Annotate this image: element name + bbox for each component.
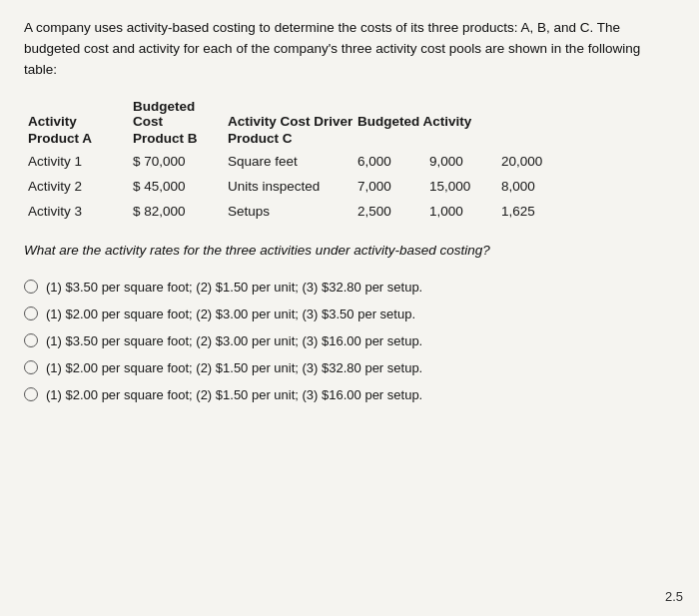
table-row-0: Activity 1 $ 70,000 Square feet 6,000 9,… bbox=[24, 150, 675, 175]
row1-pb: 15,000 bbox=[429, 176, 501, 199]
col-header-pa: Product A bbox=[28, 131, 133, 146]
option-d-text: (1) $2.00 per square foot; (2) $1.50 per… bbox=[46, 360, 422, 375]
option-b[interactable]: (1) $2.00 per square foot; (2) $3.00 per… bbox=[24, 301, 675, 327]
row2-activity: Activity 3 bbox=[28, 201, 133, 224]
table-header-row1: Activity Budgeted Cost Activity Cost Dri… bbox=[24, 99, 675, 129]
row1-activity: Activity 2 bbox=[28, 176, 133, 199]
row2-driver: Setups bbox=[228, 201, 357, 224]
radio-b[interactable] bbox=[24, 307, 38, 320]
radio-e[interactable] bbox=[24, 387, 38, 401]
page: A company uses activity-based costing to… bbox=[0, 0, 699, 616]
option-e-text: (1) $2.00 per square foot; (2) $1.50 per… bbox=[46, 387, 422, 402]
options-section: (1) $3.50 per square foot; (2) $1.50 per… bbox=[24, 274, 675, 408]
row2-pa: 2,500 bbox=[357, 201, 429, 224]
option-c-text: (1) $3.50 per square foot; (2) $3.00 per… bbox=[46, 333, 422, 348]
table-subheader-row2: Product A Product B Product C bbox=[24, 131, 675, 146]
col-header-activity: Activity bbox=[28, 114, 133, 129]
row2-pb: 1,000 bbox=[429, 201, 501, 224]
row0-pc: 20,000 bbox=[501, 151, 573, 174]
row1-driver: Units inspected bbox=[228, 176, 357, 199]
radio-d[interactable] bbox=[24, 360, 38, 374]
col-header-budget: Budgeted Cost bbox=[133, 99, 228, 129]
option-c[interactable]: (1) $3.50 per square foot; (2) $3.00 per… bbox=[24, 327, 675, 354]
option-a-text: (1) $3.50 per square foot; (2) $1.50 per… bbox=[46, 280, 422, 295]
row0-pb: 9,000 bbox=[429, 151, 501, 174]
row0-activity: Activity 1 bbox=[28, 151, 133, 174]
table-row-2: Activity 3 $ 82,000 Setups 2,500 1,000 1… bbox=[24, 200, 675, 225]
row2-budget: $ 82,000 bbox=[133, 201, 228, 224]
radio-c[interactable] bbox=[24, 333, 38, 347]
option-e[interactable]: (1) $2.00 per square foot; (2) $1.50 per… bbox=[24, 381, 675, 408]
intro-text: A company uses activity-based costing to… bbox=[24, 18, 675, 81]
col-header-pc: Product C bbox=[228, 131, 357, 146]
row0-budget: $ 70,000 bbox=[133, 151, 228, 174]
question-text: What are the activity rates for the thre… bbox=[24, 243, 675, 258]
option-a[interactable]: (1) $3.50 per square foot; (2) $1.50 per… bbox=[24, 274, 675, 301]
row0-driver: Square feet bbox=[228, 151, 357, 174]
col-header-driver: Activity Cost Driver bbox=[228, 114, 357, 129]
table-row-1: Activity 2 $ 45,000 Units inspected 7,00… bbox=[24, 175, 675, 200]
radio-a[interactable] bbox=[24, 280, 38, 294]
row1-pc: 8,000 bbox=[501, 176, 573, 199]
col-header-budgeted-activity: Budgeted Activity bbox=[357, 114, 471, 129]
row2-pc: 1,625 bbox=[501, 201, 573, 224]
row1-pa: 7,000 bbox=[357, 176, 429, 199]
page-number: 2.5 bbox=[665, 589, 683, 604]
col-header-pb: Product B bbox=[133, 131, 228, 146]
row0-pa: 6,000 bbox=[357, 151, 429, 174]
option-b-text: (1) $2.00 per square foot; (2) $3.00 per… bbox=[46, 307, 415, 321]
row1-budget: $ 45,000 bbox=[133, 176, 228, 199]
table-section: Activity Budgeted Cost Activity Cost Dri… bbox=[24, 99, 675, 225]
option-d[interactable]: (1) $2.00 per square foot; (2) $1.50 per… bbox=[24, 354, 675, 381]
